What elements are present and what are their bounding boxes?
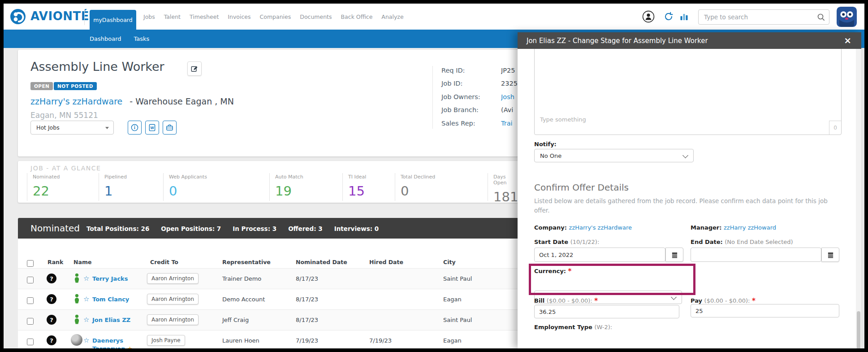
select-all-checkbox[interactable]	[27, 260, 34, 267]
stat-nominated: Nominated 22	[27, 173, 99, 201]
nominated-table: Rank Name Credit To Representative Nomin…	[18, 239, 518, 348]
subnav-item-dashboard[interactable]: Dashboard	[90, 35, 121, 42]
chevron-down-icon	[671, 294, 677, 300]
end-date-input[interactable]	[691, 248, 821, 262]
nav-item-documents[interactable]: Documents	[300, 13, 332, 20]
owl-app-icon[interactable]	[837, 7, 857, 27]
bar-chart-icon[interactable]	[680, 12, 689, 21]
rank-badge[interactable]: ?	[47, 274, 56, 283]
favorite-star-icon[interactable]: ☆	[83, 274, 89, 282]
stat-label: Total Declined	[401, 174, 488, 180]
subnav-item-tasks[interactable]: Tasks	[134, 35, 150, 42]
stat-web-applicants: Web Applicants 0	[163, 173, 269, 201]
favorite-star-icon[interactable]: ☆	[83, 295, 89, 303]
row-checkbox[interactable]	[27, 318, 34, 325]
credit-to-chip[interactable]: Aaron Arrington	[147, 273, 199, 284]
nav-item-backoffice[interactable]: Back Office	[341, 13, 373, 20]
bill-label: Bill ($0.00 - $0.00): *	[534, 297, 598, 305]
briefcase-button[interactable]	[163, 121, 177, 135]
start-date-label-text: Start Date	[534, 239, 568, 245]
col-header-rank[interactable]: Rank	[48, 259, 63, 265]
representative-cell: Demo Account	[222, 296, 265, 303]
talent-name-link-line2[interactable]: Targaryen ★	[92, 345, 133, 349]
nav-item-timesheet[interactable]: Timesheet	[190, 13, 219, 20]
stat-label: Nominated	[33, 174, 99, 180]
talent-name-link[interactable]: Terry Jacks	[92, 275, 128, 282]
edit-job-button[interactable]	[187, 61, 202, 76]
stat-value: 22	[33, 183, 99, 199]
nominated-date-cell: 7/19/23	[296, 337, 318, 344]
modal-close-icon[interactable]: ×	[844, 35, 851, 46]
nav-tab-mydashboard[interactable]: myDashboard	[90, 10, 136, 30]
table-row[interactable]: ? ☆ Daenerys Targaryen ★ Josh Payne Laur…	[18, 330, 518, 349]
required-marker: *	[568, 267, 572, 275]
info-icon	[131, 124, 138, 131]
nav-item-jobs[interactable]: Jobs	[143, 13, 155, 20]
nav-item-analyze[interactable]: Analyze	[381, 13, 403, 20]
modal-scrollbar-track[interactable]	[856, 49, 861, 348]
word-doc-button[interactable]: W	[145, 121, 159, 135]
row-checkbox[interactable]	[27, 277, 34, 283]
favorite-star-icon[interactable]: ☆	[83, 316, 89, 324]
manager-value-link[interactable]: zzHarry zzHoward	[724, 224, 776, 231]
credit-to-chip[interactable]: Aaron Arrington	[147, 314, 199, 325]
stat-pipelined: Pipelined 1	[99, 173, 163, 201]
end-date-calendar-button[interactable]	[821, 248, 839, 262]
info-button[interactable]	[128, 121, 142, 135]
city-cell: Saint Paul	[443, 275, 472, 282]
hot-jobs-select[interactable]: Hot Jobs	[30, 121, 114, 135]
start-date-hint: (10/1/22):	[570, 239, 600, 245]
talent-name-line2: Targaryen	[92, 345, 125, 349]
col-header-city[interactable]: City	[443, 259, 456, 265]
start-date-calendar-button[interactable]	[665, 248, 683, 262]
row-checkbox[interactable]	[27, 297, 34, 304]
col-header-nominated-date[interactable]: Nominated Date	[296, 259, 347, 265]
talent-name-link[interactable]: Jon Elias ZZ	[92, 317, 130, 323]
city-cell: Saint Paul	[443, 317, 472, 323]
notify-select[interactable]: No One	[534, 149, 694, 162]
hot-jobs-value: Hot Jobs	[36, 124, 60, 131]
nav-item-invoices[interactable]: Invoices	[228, 13, 250, 20]
bill-input[interactable]	[534, 305, 679, 318]
company-link[interactable]: zzHarry's zzHardware	[30, 96, 122, 106]
table-row[interactable]: ? ☆ Tom Clancy Aaron Arrington Demo Acco…	[18, 289, 518, 310]
search-input[interactable]	[703, 12, 812, 22]
gold-star-icon: ★	[127, 345, 133, 349]
stat-label: Days Open	[493, 174, 518, 186]
calendar-icon	[827, 252, 834, 258]
hired-date-cell: 7/19/23	[369, 337, 392, 344]
user-profile-icon[interactable]	[642, 10, 655, 23]
rank-badge[interactable]: ?	[47, 294, 56, 304]
credit-to-chip[interactable]: Josh Payne	[147, 335, 185, 346]
search-icon[interactable]	[816, 13, 825, 22]
col-header-representative[interactable]: Representative	[222, 259, 271, 265]
company-label: Company:	[534, 224, 567, 231]
rank-badge[interactable]: ?	[47, 335, 56, 345]
representative-cell: Lauren Hoen	[222, 337, 259, 344]
note-editor[interactable]: Type something 0	[534, 47, 842, 135]
start-date-input[interactable]	[534, 248, 665, 262]
nav-item-companies[interactable]: Companies	[260, 13, 291, 20]
col-header-hired-date[interactable]: Hired Date	[369, 259, 403, 265]
company-value-link[interactable]: zzHarry's zzHardware	[569, 224, 632, 231]
favorite-star-icon[interactable]: ☆	[83, 336, 89, 344]
table-row[interactable]: ? ☆ Jon Elias ZZ Aaron Arrington Jeff Cr…	[18, 309, 518, 330]
stat-value: 1	[104, 183, 163, 199]
credit-to-chip[interactable]: Aaron Arrington	[147, 294, 199, 304]
stat-offered: Offered: 3	[288, 225, 323, 232]
rank-badge[interactable]: ?	[47, 315, 56, 325]
stat-ti-ideal: TI Ideal 15	[342, 173, 395, 201]
nav-item-talent[interactable]: Talent	[164, 13, 181, 20]
modal-scrollbar-thumb[interactable]	[857, 311, 860, 352]
refresh-undo-icon[interactable]	[664, 12, 674, 22]
table-row[interactable]: ? ☆ Terry Jacks Aaron Arrington Trainer …	[18, 268, 518, 289]
top-header-bar: AVIONTÉ myDashboard Jobs Talent Timeshee…	[4, 4, 864, 30]
col-header-credit-to[interactable]: Credit To	[150, 259, 178, 265]
talent-name-link[interactable]: Tom Clancy	[92, 296, 129, 303]
pay-input[interactable]	[691, 304, 839, 317]
caret-down-icon	[105, 127, 109, 129]
col-header-name[interactable]: Name	[73, 259, 91, 265]
row-checkbox[interactable]	[27, 339, 34, 345]
talent-name-link[interactable]: Daenerys	[92, 337, 123, 344]
modal-title: Jon Elias ZZ - Change Stage for Assembly…	[527, 37, 708, 45]
